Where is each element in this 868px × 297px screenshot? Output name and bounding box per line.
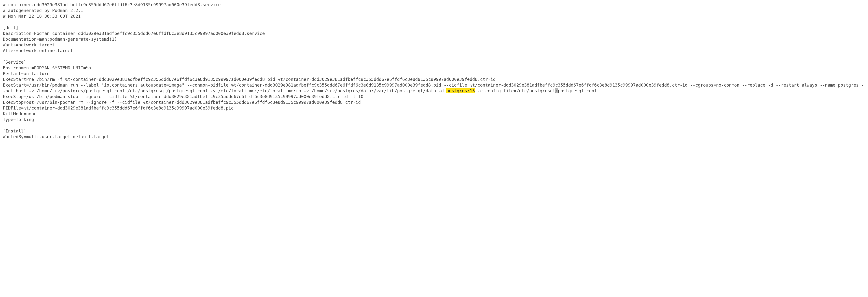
systemd-unit-file: # container-ddd3029e381adfbeffc9c355ddd6…: [0, 0, 868, 141]
service-restart: Restart=on-failure: [3, 71, 50, 76]
service-execstart: ExecStart=/usr/bin/podman run --label "i…: [3, 82, 864, 93]
unit-wants: Wants=network.target: [3, 42, 55, 47]
service-environment: Environment=PODMAN_SYSTEMD_UNIT=%n: [3, 65, 91, 70]
install-wantedby: WantedBy=multi-user.target default.targe…: [3, 134, 109, 139]
unit-description: Description=Podman container-ddd3029e381…: [3, 31, 265, 36]
search-highlight: postgres:13: [446, 88, 475, 93]
comment-line: # autogenerated by Podman 2.2.1: [3, 8, 83, 13]
text-cursor: /: [555, 88, 558, 93]
comment-line: # Mon Mar 22 18:36:33 CDT 2021: [3, 13, 81, 19]
service-type: Type=forking: [3, 117, 34, 122]
service-execstoppost: ExecStopPost=/usr/bin/podman rm --ignore…: [3, 100, 361, 105]
unit-documentation: Documentation=man:podman-generate-system…: [3, 37, 117, 42]
service-pidfile: PIDFile=%t/container-ddd3029e381adfbeffc…: [3, 105, 234, 110]
section-install-heading: [Install]: [3, 128, 26, 133]
unit-after: After=network-online.target: [3, 48, 73, 53]
service-killmode: KillMode=none: [3, 111, 37, 116]
section-service-heading: [Service]: [3, 60, 26, 65]
service-execstop: ExecStop=/usr/bin/podman stop --ignore -…: [3, 94, 363, 99]
service-execstartpre: ExecStartPre=/bin/rm -f %t/container-ddd…: [3, 77, 496, 82]
section-unit-heading: [Unit]: [3, 25, 19, 30]
comment-line: # container-ddd3029e381adfbeffc9c355ddd6…: [3, 2, 221, 7]
